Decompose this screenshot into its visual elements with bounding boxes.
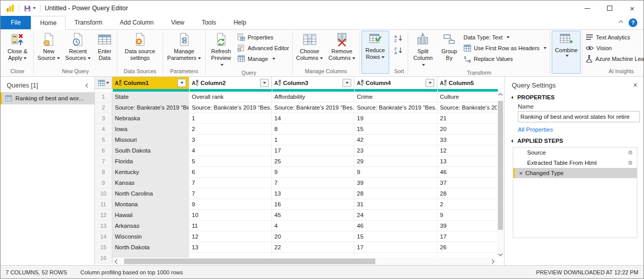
table-cell[interactable]: 5 (189, 156, 272, 166)
properties-button[interactable]: Properties (236, 32, 291, 42)
help-icon[interactable]: ? (629, 18, 637, 27)
table-cell[interactable]: 31 (354, 199, 437, 209)
collapse-queries-icon[interactable] (86, 83, 90, 88)
table-cell[interactable]: 6 (189, 167, 272, 177)
scroll-right-icon[interactable] (488, 257, 496, 265)
choose-columns-button[interactable]: Choose Columns (294, 31, 325, 62)
table-cell[interactable]: Source: Bankrate’s 2019 “Bes... (189, 102, 272, 113)
table-cell[interactable]: 10 (189, 210, 272, 220)
table-cell[interactable]: North Dakota (112, 242, 189, 252)
properties-section-header[interactable]: PROPERTIES (512, 94, 637, 100)
table-cell[interactable]: 4 (272, 221, 354, 231)
table-cell[interactable]: 2 (437, 199, 497, 209)
tab-view[interactable]: View (163, 16, 193, 29)
applied-step-changed-type[interactable]: × Changed Type (513, 168, 637, 178)
table-cell[interactable]: Iowa (112, 124, 189, 134)
maximize-button[interactable] (598, 1, 621, 16)
scroll-left-icon[interactable] (113, 257, 121, 265)
column-header-column5[interactable]: ABC Column5 (437, 77, 498, 89)
table-cell[interactable]: 15 (354, 124, 437, 134)
query-list-item[interactable]: Ranking of best and wor... (1, 92, 94, 104)
table-cell[interactable]: 8 (272, 124, 354, 134)
scroll-down-icon[interactable] (497, 250, 504, 257)
applied-step-extracted-table[interactable]: Extracted Table From Html ⚙ (513, 158, 637, 168)
table-cell[interactable]: 13 (437, 156, 497, 166)
save-icon[interactable] (24, 5, 31, 12)
split-column-button[interactable]: Split Column (410, 31, 436, 70)
close-panel-icon[interactable]: × (633, 81, 637, 89)
table-cell[interactable]: 1 (272, 135, 354, 145)
remove-columns-button[interactable]: Remove Columns (326, 31, 358, 62)
query-name-input[interactable] (518, 111, 640, 122)
tab-transform[interactable]: Transform (66, 16, 111, 29)
table-cell[interactable]: 9 (272, 167, 354, 177)
table-cell[interactable]: 19 (354, 113, 437, 123)
table-cell[interactable]: North Carolina (112, 188, 189, 199)
table-cell[interactable]: Wisconsin (112, 231, 189, 242)
table-cell[interactable]: 42 (354, 135, 437, 145)
table-cell[interactable]: Missouri (112, 135, 189, 145)
table-cell[interactable]: 16 (272, 199, 354, 209)
close-button[interactable]: × (621, 1, 643, 16)
combine-button[interactable]: Combine (552, 31, 580, 58)
table-cell[interactable]: 12 (437, 145, 497, 156)
table-cell[interactable]: 21 (437, 113, 497, 123)
table-cell[interactable]: 22 (272, 242, 354, 252)
table-cell[interactable]: 39 (437, 221, 497, 231)
table-cell[interactable]: 11 (189, 221, 272, 231)
table-cell[interactable]: 13 (189, 242, 272, 252)
text-analytics-button[interactable]: Text Analytics (584, 32, 644, 42)
table-cell[interactable]: 29 (354, 156, 437, 166)
table-cell[interactable]: 28 (354, 188, 437, 199)
advanced-editor-button[interactable]: Advanced Editor (236, 43, 291, 53)
table-cell[interactable]: 20 (272, 231, 354, 242)
table-cell[interactable]: Source: Bankrate’s 2019 “Bes... (112, 102, 189, 113)
table-cell[interactable]: Affordability (272, 92, 354, 102)
delete-step-icon[interactable]: × (519, 169, 523, 177)
applied-steps-section-header[interactable]: APPLIED STEPS (512, 138, 637, 144)
close-and-apply-button[interactable]: Close & Apply (3, 31, 32, 62)
table-cell[interactable]: 17 (272, 145, 354, 156)
replace-values-button[interactable]: 1 2 Replace Values (462, 54, 548, 63)
table-cell[interactable]: 12 (189, 231, 272, 242)
table-cell[interactable]: 9 (189, 199, 272, 209)
azure-machine-learning-button[interactable]: Azure Machine Learning (584, 54, 644, 63)
collapse-ribbon-icon[interactable] (619, 20, 623, 25)
gear-icon[interactable]: ⚙ (628, 149, 633, 156)
table-cell[interactable]: 15 (354, 231, 437, 242)
tab-tools[interactable]: Tools (193, 16, 225, 29)
tab-home[interactable]: Home (31, 16, 66, 30)
table-cell[interactable]: 1 (189, 113, 272, 123)
table-cell[interactable]: Source: Bankrate’s 2019 “Bes... (437, 102, 497, 113)
data-source-settings-button[interactable]: Data source settings (119, 31, 161, 62)
vertical-scrollbar[interactable] (497, 92, 504, 257)
select-all-corner[interactable] (95, 77, 112, 89)
reduce-rows-button[interactable]: Reduce Rows (362, 31, 389, 61)
table-cell[interactable]: 28 (437, 188, 497, 199)
quick-access-caret[interactable] (33, 7, 36, 9)
table-cell[interactable]: 14 (272, 113, 354, 123)
table-cell[interactable]: State (112, 92, 189, 102)
refresh-preview-button[interactable]: Refresh Preview (207, 31, 235, 70)
table-cell[interactable]: Crime (354, 92, 437, 102)
data-type-button[interactable]: Data Type: Text (462, 32, 548, 42)
table-cell[interactable]: South Dakota (112, 145, 189, 156)
table-cell[interactable]: Arkansas (112, 221, 189, 231)
table-cell[interactable]: Overall rank (189, 92, 272, 102)
horizontal-scrollbar[interactable] (113, 257, 496, 265)
sort-descending-button[interactable]: Z A (392, 46, 406, 55)
table-cell[interactable]: 3 (189, 135, 272, 145)
enter-data-button[interactable]: Enter Data (94, 31, 115, 62)
filter-button[interactable] (426, 79, 434, 87)
table-cell[interactable]: Montana (112, 199, 189, 209)
table-cell[interactable]: 4 (189, 145, 272, 156)
column-header-column3[interactable]: ABC Column3 (272, 77, 354, 89)
table-cell[interactable]: 33 (437, 135, 497, 145)
tab-help[interactable]: Help (225, 16, 255, 29)
vertical-scroll-thumb[interactable] (498, 101, 503, 230)
recent-sources-button[interactable]: Recent Sources (63, 31, 93, 62)
table-cell[interactable]: Nebraska (112, 113, 189, 123)
gear-icon[interactable]: ⚙ (628, 160, 633, 166)
filter-button[interactable] (260, 79, 269, 87)
table-cell[interactable]: 45 (272, 210, 354, 220)
